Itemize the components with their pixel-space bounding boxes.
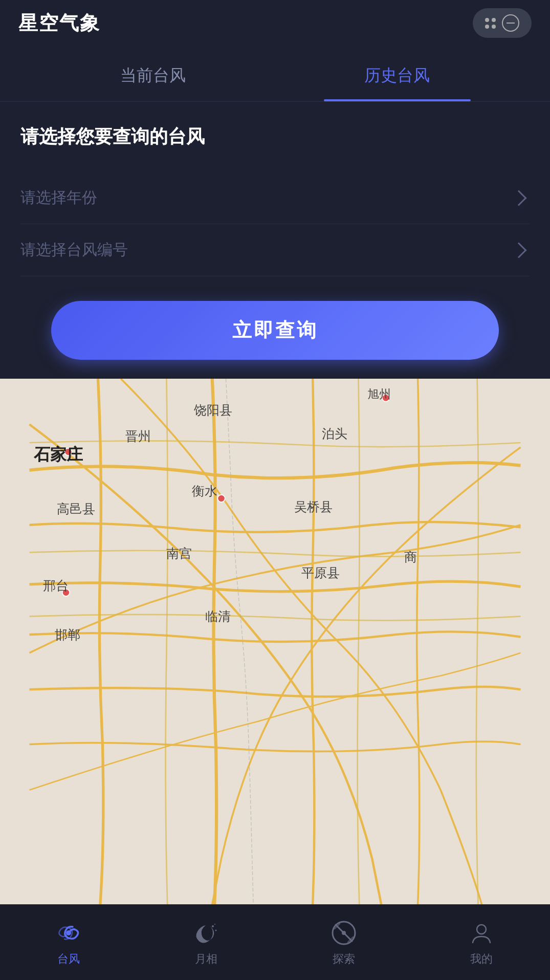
tab-bar: 当前台风 历史台风 <box>0 46 550 102</box>
svg-line-25 <box>336 925 352 941</box>
svg-text:饶阳县: 饶阳县 <box>193 403 232 417</box>
number-placeholder: 请选择台风编号 <box>20 239 128 260</box>
query-panel: 请选择您要查询的台风 请选择年份 请选择台风编号 立即查询 收起 ∧ <box>0 102 550 419</box>
svg-point-28 <box>477 925 486 934</box>
svg-text:临清: 临清 <box>205 609 231 623</box>
nav-item-typhoon[interactable]: 台风 <box>54 919 83 967</box>
svg-text:邢台: 邢台 <box>43 578 69 593</box>
nav-item-moon[interactable]: 月相 <box>192 919 221 967</box>
year-placeholder: 请选择年份 <box>20 187 97 208</box>
map-svg: 石家庄 晋州 饶阳县 泊头 旭州 高邑县 衡水 吴桥县 南宫 邢台 平原县 商 … <box>0 379 550 904</box>
panel-title: 请选择您要查询的台风 <box>20 124 530 149</box>
svg-text:邯郸: 邯郸 <box>55 627 80 642</box>
svg-point-22 <box>214 924 215 925</box>
svg-point-2 <box>217 495 225 502</box>
nav-label-moon: 月相 <box>195 951 217 967</box>
svg-text:吴桥县: 吴桥县 <box>294 499 333 514</box>
grid-dots-icon <box>485 18 496 29</box>
svg-point-20 <box>212 925 214 927</box>
bottom-nav: 台风 月相 探索 <box>0 904 550 980</box>
svg-text:衡水: 衡水 <box>192 484 217 498</box>
nav-label-explore: 探索 <box>333 951 355 967</box>
moon-icon <box>192 919 221 947</box>
explore-icon <box>329 919 358 947</box>
svg-text:旭州: 旭州 <box>367 387 391 401</box>
svg-text:南宫: 南宫 <box>166 546 192 560</box>
tab-current-typhoon[interactable]: 当前台风 <box>31 46 275 101</box>
nav-item-profile[interactable]: 我的 <box>467 919 496 967</box>
profile-icon <box>467 919 496 947</box>
svg-text:平原县: 平原县 <box>301 565 340 580</box>
nav-label-profile: 我的 <box>470 951 493 967</box>
minus-circle-icon <box>502 14 519 32</box>
chevron-right-icon <box>511 190 526 206</box>
svg-text:商: 商 <box>404 550 417 564</box>
typhoon-icon <box>54 919 83 947</box>
header: 星空气象 <box>0 0 550 46</box>
year-select-row[interactable]: 请选择年份 <box>20 172 530 224</box>
query-button[interactable]: 立即查询 <box>51 301 499 360</box>
tab-history-typhoon[interactable]: 历史台风 <box>275 46 520 101</box>
svg-text:晋州: 晋州 <box>125 429 151 443</box>
svg-text:泊头: 泊头 <box>322 426 347 441</box>
map-area[interactable]: 石家庄 晋州 饶阳县 泊头 旭州 高邑县 衡水 吴桥县 南宫 邢台 平原县 商 … <box>0 379 550 904</box>
number-select-row[interactable]: 请选择台风编号 <box>20 224 530 276</box>
header-control-button[interactable] <box>473 8 532 38</box>
nav-item-explore[interactable]: 探索 <box>329 919 358 967</box>
svg-point-21 <box>215 929 217 931</box>
svg-text:石家庄: 石家庄 <box>33 445 83 464</box>
nav-label-typhoon: 台风 <box>57 951 80 967</box>
app-title: 星空气象 <box>18 10 100 36</box>
chevron-right-icon-2 <box>511 242 526 258</box>
svg-text:高邑县: 高邑县 <box>57 502 95 516</box>
